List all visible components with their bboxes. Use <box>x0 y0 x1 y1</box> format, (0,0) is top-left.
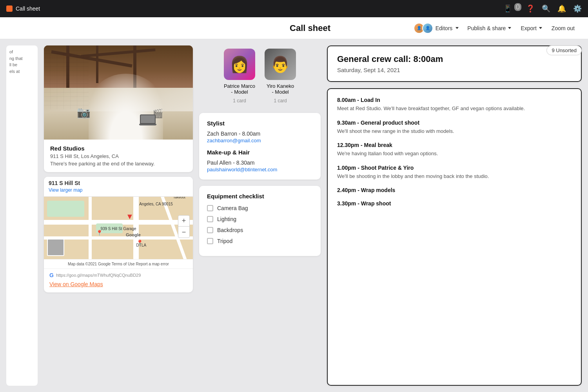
settings-icon[interactable]: ⚙️ <box>573 4 582 13</box>
partial-text-4: els at <box>9 68 34 75</box>
schedule-item-5: 3.30pm - Wrap shoot <box>337 200 572 207</box>
equipment-item-lighting: Lighting <box>207 216 313 222</box>
schedule-desc-3: We'll be shooting in the lobby and then … <box>337 172 572 180</box>
zoom-in-btn[interactable]: + <box>178 216 189 227</box>
zoom-out-map-btn[interactable]: − <box>178 227 189 238</box>
editors-button[interactable]: 👤 👤 Editors <box>410 21 462 35</box>
equipment-title: Equipment checklist <box>207 193 313 200</box>
makeup-email[interactable]: paulshairworld@btinternet.com <box>207 167 313 172</box>
map-header: 911 S Hill St View larger map <box>44 177 193 197</box>
editors-chevron <box>456 27 459 29</box>
zoom-out-button[interactable]: Zoom out <box>548 24 579 33</box>
schedule-time-2: 12.30pm - Meal break <box>337 142 572 148</box>
top-bar: Call sheet 📱0 ❓ 🔍 🔔 ⚙️ <box>0 0 588 17</box>
google-g: G <box>49 272 54 278</box>
crew-call-date: Saturday, Sept 14, 2021 <box>337 67 572 73</box>
crew-call-card: General crew call: 8:00am Saturday, Sept… <box>327 45 582 82</box>
editors-label: Editors <box>436 25 453 31</box>
schedule-item-0: 8.00am - Load In Meet at Red Studio. We'… <box>337 97 572 113</box>
map-pin-red: ▼ <box>126 212 134 221</box>
stylist-person: Zach Barron - 8.00am <box>207 131 313 137</box>
schedule-time-4: 2.40pm - Wrap models <box>337 187 572 193</box>
export-button[interactable]: Export <box>517 24 546 33</box>
page-title: Call sheet <box>210 23 410 33</box>
model-item-patrice: Patrice Marco- Model 1 card <box>224 49 255 103</box>
bell-icon[interactable]: 🔔 <box>557 4 566 13</box>
middle-column: Patrice Marco- Model 1 card Yiro Kaneko-… <box>199 45 321 386</box>
publish-share-button[interactable]: Publish & share <box>463 24 515 33</box>
publish-chevron <box>508 27 511 29</box>
unsorted-badge[interactable]: 9 Unsorted <box>546 45 582 55</box>
map-url: https://goo.gl/maps/mTWhufQNqCQnuBD29 <box>56 273 141 278</box>
schedule-time-5: 3.30pm - Wrap shoot <box>337 200 572 207</box>
publish-label: Publish & share <box>467 25 506 31</box>
stylist-section-title: Stylist <box>207 120 313 127</box>
location-info: Red Studios 911 S Hill St, Los Angeles, … <box>44 140 193 172</box>
road-v2 <box>89 194 92 259</box>
road-h2 <box>44 236 193 240</box>
equipment-item-tripod: Tripod <box>207 238 313 244</box>
model-cards-yiro: 1 card <box>274 98 287 103</box>
help-icon[interactable]: ❓ <box>526 4 535 13</box>
checkbox-tripod[interactable] <box>207 238 213 244</box>
schedule-time-0: 8.00am - Load In <box>337 97 572 103</box>
left-partial-card: of ng that ll be els at <box>6 45 38 386</box>
checkbox-lighting[interactable] <box>207 216 213 222</box>
model-item-yiro: Yiro Kaneko- Model 1 card <box>265 49 296 103</box>
top-bar-icons: 📱0 ❓ 🔍 🔔 ⚙️ <box>503 4 582 13</box>
schedule-column: General crew call: 8:00am Saturday, Sept… <box>327 45 582 386</box>
view-on-google-maps-link[interactable]: View on Google Maps <box>49 281 103 287</box>
map-street: 911 S Hill St <box>49 180 188 186</box>
partial-text-1: of <box>9 49 34 55</box>
map-card: 911 S Hill St View larger map Angeles <box>44 177 193 292</box>
map-pin-pink: 📍 <box>136 240 143 246</box>
tripod-left: 📷 <box>77 106 91 119</box>
schedule-desc-0: Meet at Red Studio. We'll have breakfast… <box>337 105 572 113</box>
location-address: 911 S Hill St, Los Angeles, CA <box>50 153 187 159</box>
view-larger-map-link[interactable]: View larger map <box>49 187 82 193</box>
equipment-label-camera-bag: Camera Bag <box>217 205 248 211</box>
partial-text-3: ll be <box>9 62 34 68</box>
stylist-makeup-card: Stylist Zach Barron - 8.00am zachbarron@… <box>199 113 321 180</box>
google-logo: Google <box>126 232 141 237</box>
schedule-card: 8.00am - Load In Meet at Red Studio. We'… <box>327 88 582 386</box>
crew-call-title: General crew call: 8:00am <box>337 54 572 64</box>
brand-label: Call sheet <box>16 5 40 12</box>
equipment-card: Equipment checklist Camera Bag Lighting … <box>199 186 321 256</box>
studio-image: 📷 🎬 <box>44 45 193 140</box>
studio-card: 📷 🎬 Red Studios 911 S Hill St, Los Angel… <box>44 45 193 172</box>
location-note: There's free parking at the end of the l… <box>50 161 187 167</box>
model-photo-patrice <box>224 49 255 80</box>
models-row: Patrice Marco- Model 1 card Yiro Kaneko-… <box>199 45 321 107</box>
canvas-area: 9 Unsorted of ng that ll be els at <box>0 39 588 392</box>
map-visual: Angeles, CA 90015 939 S Hill St Garage D… <box>44 194 193 259</box>
schedule-time-3: 1.00pm - Shoot Patrice & Yiro <box>337 165 572 171</box>
location-column: 📷 🎬 Red Studios 911 S Hill St, Los Angel… <box>44 45 193 386</box>
avatar-2: 👤 <box>422 23 433 34</box>
equipment-item-backdrops: Backdrops <box>207 227 313 233</box>
checkbox-backdrops[interactable] <box>207 227 213 233</box>
schedule-time-1: 9.30am - General product shoot <box>337 120 572 126</box>
schedule-desc-1: We'll shoot the new range in the studio … <box>337 127 572 135</box>
checkbox-camera-bag[interactable] <box>207 205 213 211</box>
partial-text-2: ng that <box>9 55 34 62</box>
map-label-garage: 939 S Hill St Garage <box>100 227 136 231</box>
model-name-patrice: Patrice Marco- Model <box>224 83 255 95</box>
model-cards-patrice: 1 card <box>233 98 246 103</box>
schedule-item-1: 9.30am - General product shoot We'll sho… <box>337 120 572 135</box>
map-copyright: Map data ©2021 Google Terms of Use Repor… <box>47 260 190 268</box>
makeup-section-title: Make-up & Hair <box>207 149 313 156</box>
mobile-icon[interactable]: 📱0 <box>503 4 519 13</box>
map-container[interactable]: 911 S Hill St View larger map Angeles <box>44 177 193 259</box>
map-google-link: G https://goo.gl/maps/mTWhufQNqCQnuBD29 <box>49 272 187 278</box>
equipment-label-backdrops: Backdrops <box>217 227 243 233</box>
map-footer: G https://goo.gl/maps/mTWhufQNqCQnuBD29 … <box>44 269 193 292</box>
schedule-item-3: 1.00pm - Shoot Patrice & Yiro We'll be s… <box>337 165 572 180</box>
laptop <box>140 114 156 125</box>
makeup-person: Paul Allen - 8.30am <box>207 160 313 166</box>
location-name: Red Studios <box>50 145 187 152</box>
brand-icon <box>6 5 13 12</box>
search-icon[interactable]: 🔍 <box>542 4 550 13</box>
stylist-email[interactable]: zachbarron@gmail.com <box>207 138 313 143</box>
header-actions: 👤 👤 Editors Publish & share Export Zoom … <box>410 21 579 35</box>
